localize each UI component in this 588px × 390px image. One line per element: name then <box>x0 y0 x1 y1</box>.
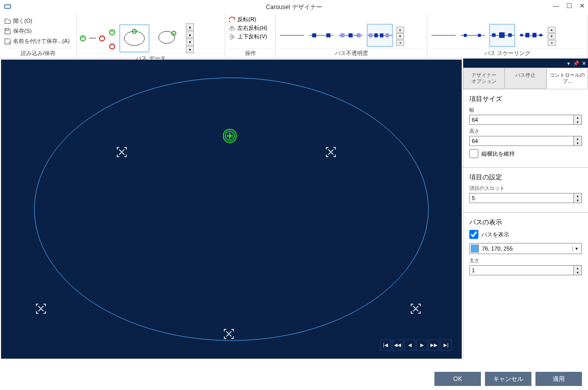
slot-field[interactable] <box>470 193 573 203</box>
apply-button[interactable]: 適用 <box>535 372 582 386</box>
next-button[interactable]: ▶ <box>416 339 427 351</box>
width-input[interactable]: ▲▼ <box>469 115 582 125</box>
opacity-label: パス不透明度 <box>279 48 424 58</box>
show-path-input[interactable] <box>469 230 478 239</box>
panel-close-icon[interactable]: ✕ <box>582 61 586 66</box>
thickness-field[interactable] <box>470 266 573 275</box>
svg-rect-13 <box>349 33 353 37</box>
add-point-icon[interactable] <box>109 29 115 35</box>
opacity-spinner[interactable]: ▲▼▾ <box>396 27 404 46</box>
handle-marker[interactable] <box>222 327 235 343</box>
svg-rect-23 <box>478 34 481 37</box>
item-settings-title: 項目の設定 <box>469 173 582 182</box>
scaling-item-4[interactable] <box>518 24 545 47</box>
panel-pin-icon[interactable]: 📌 <box>573 61 579 66</box>
flip-v-button[interactable]: 上下反転(V) <box>228 32 267 41</box>
spin-up[interactable]: ▲ <box>573 193 581 198</box>
opacity-item-4[interactable] <box>367 24 393 47</box>
handle-marker[interactable] <box>34 302 47 317</box>
handle-marker[interactable] <box>324 145 337 161</box>
start-point-marker[interactable] <box>222 128 237 143</box>
first-button[interactable]: |◀ <box>380 339 391 351</box>
svg-rect-14 <box>357 33 361 37</box>
tab-designer-options[interactable]: デザイナー オプション <box>463 68 505 89</box>
ellipse-template-1[interactable]: + <box>119 24 150 53</box>
opacity-item-3[interactable] <box>337 24 364 47</box>
spin-down[interactable]: ▼ <box>573 270 581 275</box>
svg-rect-29 <box>520 34 523 36</box>
svg-rect-26 <box>499 32 505 38</box>
handle-marker[interactable] <box>409 302 422 317</box>
operations-label: 操作 <box>228 48 272 58</box>
scaling-group: ▲▼▾ パス スケーリング <box>427 14 588 58</box>
keep-ratio-input[interactable] <box>469 149 478 158</box>
svg-point-33 <box>34 78 428 340</box>
item-settings-section: 項目の設定 項目のスロット ▲▼ <box>469 173 582 203</box>
path-ellipse <box>19 68 444 351</box>
ellipse-template-2[interactable]: + <box>154 25 182 52</box>
close-button[interactable]: ✕ <box>579 2 585 10</box>
scaling-item-2[interactable] <box>460 24 486 47</box>
spin-down[interactable]: ▼ <box>573 141 581 145</box>
flip-v-label: 上下反転(V) <box>237 33 267 40</box>
scaling-spinner[interactable]: ▲▼▾ <box>548 27 556 46</box>
svg-rect-12 <box>340 33 345 37</box>
path-color-input[interactable]: 76, 170, 255 ▼ <box>469 243 582 254</box>
flip-h-label: 左右反転(H) <box>237 24 267 32</box>
height-input[interactable]: ▲▼ <box>469 136 582 146</box>
spin-down[interactable]: ▼ <box>573 198 581 203</box>
canvas[interactable]: |◀ ◀◀ ◀ ▶ ▶▶ ▶| <box>1 60 462 359</box>
save-icon <box>4 28 11 35</box>
save-as-icon <box>4 38 11 45</box>
path-data-spinner[interactable]: ▲▲▼▼ <box>186 23 194 53</box>
last-button[interactable]: ▶| <box>440 339 452 351</box>
color-dropdown-icon[interactable]: ▼ <box>572 247 580 251</box>
minimize-button[interactable]: — <box>553 2 559 10</box>
spin-down[interactable]: ▼ <box>573 120 581 124</box>
tab-path-stop[interactable]: パス停止 <box>505 68 546 89</box>
path-display-section: パスの表示 パスを表示 76, 170, 255 ▼ 太さ ▲▼ <box>469 218 582 275</box>
thickness-input[interactable]: ▲▼ <box>469 265 582 275</box>
save-button[interactable]: 保存(S) <box>3 26 33 36</box>
prev-button[interactable]: ◀ <box>404 339 415 351</box>
forward-button[interactable]: ▶▶ <box>428 339 439 351</box>
maximize-button[interactable]: ☐ <box>566 2 572 10</box>
svg-rect-32 <box>540 34 542 36</box>
spin-up[interactable]: ▲ <box>573 266 581 270</box>
playback-controls: |◀ ◀◀ ◀ ▶ ▶▶ ▶| <box>380 339 452 351</box>
ok-button[interactable]: OK <box>434 372 481 386</box>
width-field[interactable] <box>470 115 573 124</box>
file-ops-label: 読み込み/保存 <box>3 48 73 58</box>
handle-marker[interactable] <box>115 145 128 161</box>
height-label: 高さ <box>469 128 582 135</box>
save-as-label: 名前を付けて保存...(A) <box>13 37 70 45</box>
rewind-button[interactable]: ◀◀ <box>392 339 403 351</box>
slot-input[interactable]: ▲▼ <box>469 193 582 203</box>
spin-up[interactable]: ▲ <box>573 136 581 141</box>
spin-up[interactable]: ▲ <box>573 115 581 120</box>
show-path-label: パスを表示 <box>481 231 509 238</box>
save-as-button[interactable]: 名前を付けて保存...(A) <box>3 36 71 46</box>
scaling-item-1[interactable] <box>430 24 457 47</box>
remove-point-icon[interactable] <box>109 43 115 50</box>
color-swatch <box>471 245 479 253</box>
add-remove-pair[interactable] <box>80 35 105 41</box>
opacity-item-2[interactable] <box>308 24 334 47</box>
height-field[interactable] <box>470 136 573 145</box>
show-path-checkbox[interactable]: パスを表示 <box>469 230 582 239</box>
flip-h-button[interactable]: 左右反転(H) <box>228 24 267 32</box>
keep-ratio-label: 縦横比を維持 <box>481 150 515 158</box>
svg-rect-27 <box>508 33 512 37</box>
titlebar: Carousel デザイナー — ☐ ✕ <box>0 0 588 14</box>
scaling-item-3[interactable] <box>489 24 515 47</box>
keep-ratio-checkbox[interactable]: 縦横比を維持 <box>469 149 582 158</box>
panel-menu-icon[interactable]: ▾ <box>567 61 570 66</box>
svg-rect-30 <box>525 33 529 37</box>
tab-control-prop[interactable]: コントロールのプ... <box>547 68 588 89</box>
opacity-item-1[interactable] <box>279 24 305 47</box>
svg-rect-22 <box>464 34 467 37</box>
cancel-button[interactable]: キャンセル <box>485 372 531 386</box>
open-button[interactable]: 開く(O) <box>3 16 33 26</box>
invert-button[interactable]: 反転(R) <box>228 15 256 24</box>
file-ops-group: 開く(O) 保存(S) 名前を付けて保存...(A) 読み込み/保存 <box>0 14 77 58</box>
